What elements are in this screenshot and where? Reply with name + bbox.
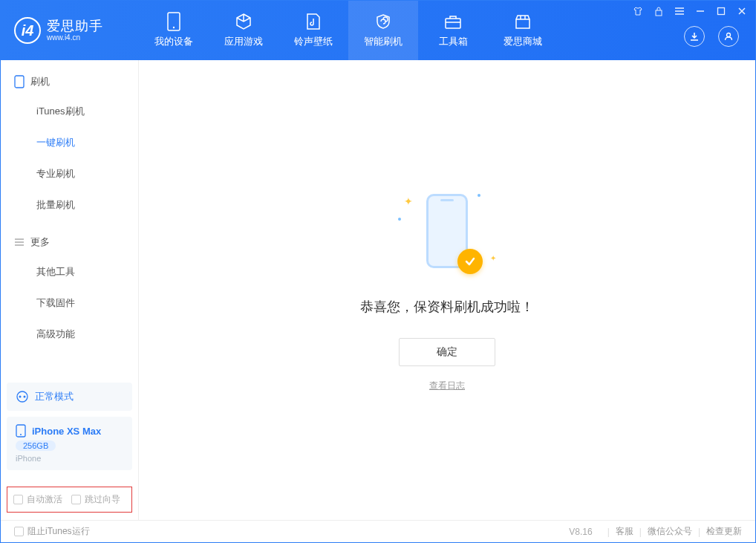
checkbox-label: 跳过向导 [85, 493, 120, 506]
sidebar-item-batch-flash[interactable]: 批量刷机 [1, 189, 138, 221]
device-mode-label: 正常模式 [35, 390, 74, 403]
checkbox-block-itunes[interactable]: 阻止iTunes运行 [14, 525, 90, 538]
sparkle-icon: ✦ [490, 254, 496, 262]
status-bar: 阻止iTunes运行 V8.16 | 客服 | 微信公众号 | 检查更新 [1, 520, 755, 542]
menu-icon[interactable] [674, 5, 685, 17]
app-header: i4 爱思助手 www.i4.cn 我的设备 应用游戏 铃声壁纸 [1, 1, 755, 60]
ok-button[interactable]: 确定 [399, 338, 495, 366]
checkbox-auto-activate[interactable]: 自动激活 [13, 493, 62, 506]
nav-tab-store[interactable]: 爱思商城 [488, 1, 558, 60]
support-link[interactable]: 客服 [616, 525, 633, 538]
svg-point-1 [173, 27, 175, 28]
maximize-icon[interactable] [715, 5, 727, 17]
minimize-icon[interactable] [694, 5, 706, 17]
phone-outline-icon [14, 75, 25, 88]
music-file-icon [304, 13, 322, 30]
logo-area[interactable]: i4 爱思助手 www.i4.cn [1, 17, 139, 44]
sidebar-section-more: 更多 [1, 221, 138, 256]
sidebar-item-download-firmware[interactable]: 下载固件 [1, 287, 138, 319]
nav-tab-device[interactable]: 我的设备 [139, 1, 209, 60]
nav-tabs: 我的设备 应用游戏 铃声壁纸 智能刷机 工具箱 [139, 1, 558, 60]
svg-point-11 [20, 434, 22, 435]
dot-icon [398, 218, 401, 221]
sidebar-item-onekey-flash[interactable]: 一键刷机 [1, 127, 138, 158]
svg-point-8 [19, 396, 22, 398]
nav-tab-toolbox[interactable]: 工具箱 [418, 1, 488, 60]
sidebar-item-other-tools[interactable]: 其他工具 [1, 256, 138, 287]
nav-tab-label: 智能刷机 [364, 35, 403, 48]
checkbox-label: 自动激活 [27, 493, 62, 506]
success-illustration: ✦ ✦ [403, 188, 492, 277]
dot-icon [478, 194, 480, 197]
close-icon[interactable] [736, 5, 748, 17]
svg-point-3 [727, 33, 731, 37]
sidebar-section-flash: 刷机 [1, 60, 138, 96]
list-icon [14, 237, 25, 247]
logo-icon: i4 [14, 17, 41, 44]
nav-tab-label: 我的设备 [154, 35, 193, 48]
header-right-icons [684, 26, 739, 47]
checkbox-skip-guide[interactable]: 跳过向导 [71, 493, 120, 506]
nav-tab-apps[interactable]: 应用游戏 [209, 1, 278, 60]
svg-rect-6 [15, 76, 24, 88]
nav-tab-label: 工具箱 [439, 35, 468, 48]
app-title: 爱思助手 [47, 19, 103, 34]
device-storage-badge: 256GB [16, 440, 56, 451]
nav-tab-ringtone[interactable]: 铃声壁纸 [278, 1, 348, 60]
user-icon[interactable] [718, 26, 739, 47]
device-type: iPhone [16, 454, 41, 463]
view-log-link[interactable]: 查看日志 [429, 380, 465, 392]
check-badge-icon [457, 249, 483, 274]
phone-icon [165, 13, 183, 30]
lock-icon[interactable] [653, 5, 665, 17]
footer-right: V8.16 | 客服 | 微信公众号 | 检查更新 [569, 525, 742, 538]
toolbox-icon [444, 13, 462, 30]
sidebar-item-advanced[interactable]: 高级功能 [1, 319, 138, 350]
checkbox-icon [14, 527, 24, 536]
logo-text: 爱思助手 www.i4.cn [47, 19, 103, 42]
svg-rect-5 [718, 8, 725, 15]
wechat-link[interactable]: 微信公众号 [648, 525, 692, 538]
refresh-shield-icon [374, 13, 392, 30]
checkbox-icon [13, 495, 23, 504]
phone-icon [16, 424, 26, 438]
sparkle-icon: ✦ [404, 195, 413, 207]
sidebar-section-title: 刷机 [30, 75, 50, 88]
sidebar-item-pro-flash[interactable]: 专业刷机 [1, 158, 138, 189]
device-info-card[interactable]: iPhone XS Max 256GB iPhone [7, 417, 132, 470]
shirt-icon[interactable] [632, 5, 644, 17]
flash-options-highlight: 自动激活 跳过向导 [7, 487, 132, 513]
svg-rect-2 [446, 19, 460, 28]
nav-tab-label: 应用游戏 [224, 35, 263, 48]
window-controls [632, 5, 748, 17]
main-content: ✦ ✦ 恭喜您，保资料刷机成功啦！ 确定 查看日志 [139, 60, 755, 520]
svg-point-7 [17, 391, 27, 402]
store-icon [514, 13, 532, 30]
svg-point-9 [24, 396, 26, 398]
device-cards: 正常模式 iPhone XS Max 256GB iPhone [1, 377, 138, 482]
nav-tab-label: 爱思商城 [504, 35, 542, 48]
update-link[interactable]: 检查更新 [706, 525, 742, 538]
sync-icon [16, 390, 29, 403]
device-mode-card[interactable]: 正常模式 [7, 383, 132, 411]
nav-tab-label: 铃声壁纸 [294, 35, 333, 48]
sidebar: 刷机 iTunes刷机 一键刷机 专业刷机 批量刷机 更多 其他工具 下载固件 … [1, 60, 139, 520]
svg-rect-4 [656, 10, 662, 16]
device-name: iPhone XS Max [32, 426, 101, 437]
nav-tab-flash[interactable]: 智能刷机 [348, 1, 418, 60]
success-message: 恭喜您，保资料刷机成功啦！ [360, 298, 534, 316]
checkbox-icon [71, 495, 81, 504]
cube-icon [235, 13, 252, 30]
sidebar-section-title: 更多 [30, 235, 50, 249]
app-subtitle: www.i4.cn [47, 33, 103, 42]
download-icon[interactable] [684, 26, 705, 47]
version-label: V8.16 [569, 527, 592, 537]
sidebar-item-itunes-flash[interactable]: iTunes刷机 [1, 96, 138, 127]
app-body: 刷机 iTunes刷机 一键刷机 专业刷机 批量刷机 更多 其他工具 下载固件 … [1, 60, 755, 520]
checkbox-label: 阻止iTunes运行 [27, 525, 90, 538]
